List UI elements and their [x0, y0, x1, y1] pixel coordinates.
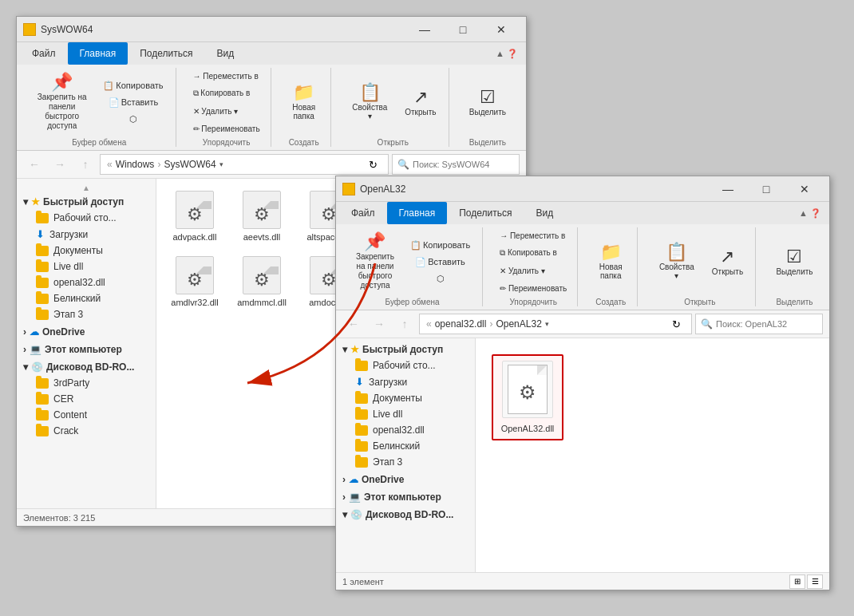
properties-button[interactable]: 📋 Свойства ▾	[344, 80, 396, 124]
openal-computer-icon: 💻	[349, 492, 361, 503]
dll-icon-advpack: ⚙	[176, 191, 214, 229]
openal-sidebar-belinsky[interactable]: Белинский	[336, 438, 475, 454]
sidebar-item-desktop[interactable]: Рабочий сто...	[17, 210, 156, 226]
openal-onedrive-header[interactable]: › ☁ OneDrive	[336, 472, 475, 488]
tab-file[interactable]: Файл	[20, 42, 68, 65]
pin-button[interactable]: 📌 Закрепить на панелибыстрого доступа	[30, 69, 94, 135]
tab-share[interactable]: Поделиться	[128, 42, 204, 65]
sidebar-item-etap3[interactable]: Этап 3	[17, 306, 156, 322]
close-button2[interactable]: ✕	[786, 178, 823, 200]
disk-icon: 💿	[31, 361, 43, 373]
file-name-aeevts: aeevts.dll	[243, 232, 280, 242]
file-item-amdlvr32[interactable]: ⚙ amdlvr32.dll	[163, 251, 227, 313]
sidebar-item-downloads[interactable]: ⬇ Загрузки	[17, 226, 156, 243]
openal-sidebar-desktop[interactable]: Рабочий сто...	[336, 357, 475, 373]
minimize-button[interactable]: —	[406, 18, 443, 41]
tab-home[interactable]: Главная	[68, 42, 128, 65]
back-button[interactable]: ←	[23, 154, 45, 175]
new-folder-button[interactable]: 📁 Новаяпапка	[284, 80, 324, 124]
sidebar-item-documents[interactable]: Документы	[17, 243, 156, 259]
file-item-amdmmcl[interactable]: ⚙ amdmmcl.dll	[230, 251, 294, 313]
move-btn[interactable]: → Переместить в	[189, 68, 264, 84]
rename-btn[interactable]: ✏ Переименовать	[189, 120, 264, 136]
openal-paste-shortcut-button[interactable]: ⬡	[405, 271, 476, 286]
openal-forward-button[interactable]: →	[368, 314, 390, 334]
paste-button[interactable]: 📄 Вставить	[97, 95, 168, 110]
openal-properties-button[interactable]: 📋 Свойства ▾	[650, 239, 702, 284]
openal-thispc-header[interactable]: › 💻 Этот компьютер	[336, 489, 475, 505]
openal-sidebar-livedll[interactable]: Live dll	[336, 406, 475, 422]
maximize-button2[interactable]: □	[748, 178, 785, 200]
openal-sidebar-openal[interactable]: openal32.dll	[336, 422, 475, 438]
openal-tab-view[interactable]: Вид	[524, 202, 565, 224]
openal-search-input[interactable]	[716, 319, 826, 329]
openal-search-bar[interactable]: 🔍	[695, 314, 823, 334]
file-item-aeevts[interactable]: ⚙ aeevts.dll	[230, 185, 294, 247]
gear-icon-altspace: ⚙	[321, 204, 337, 225]
bdrom-header[interactable]: ▾ 💿 Дисковод BD-RO...	[17, 359, 156, 375]
sidebar-item-belinsky[interactable]: Белинский	[17, 290, 156, 306]
delete-btn[interactable]: ✕ Удалить ▾	[189, 103, 264, 119]
file-item-advpack[interactable]: ⚙ advpack.dll	[163, 185, 227, 247]
breadcrumb-windows[interactable]: Windows	[116, 159, 155, 170]
openal-grid-view-button[interactable]: ⊞	[789, 575, 805, 589]
minimize-button2[interactable]: —	[710, 178, 746, 200]
breadcrumb-openal32dll[interactable]: openal32.dll	[435, 318, 487, 330]
openal-sidebar-etap3[interactable]: Этап 3	[336, 454, 475, 470]
openal-copy-to-btn[interactable]: ⧉ Копировать в	[496, 245, 571, 261]
search-bar[interactable]: 🔍	[392, 154, 520, 175]
gear-icon-amdlvr32: ⚙	[187, 270, 203, 290]
openal-open-button[interactable]: ↗ Открыть	[706, 244, 749, 280]
search-input[interactable]	[413, 160, 523, 169]
openal-quick-access-header[interactable]: ▾ ★ Быстрый доступ	[336, 342, 475, 357]
openal-up-button[interactable]: ↑	[393, 314, 416, 334]
copy-to-btn[interactable]: ⧉ Копировать в	[189, 85, 264, 101]
openal-tab-home[interactable]: Главная	[387, 202, 448, 224]
breadcrumb-openal32[interactable]: OpenAL32	[496, 318, 541, 330]
quick-access-header[interactable]: ▾ ★ Быстрый доступ	[17, 194, 156, 210]
file-item-openal32[interactable]: ⚙ OpenAL32.dll	[492, 354, 563, 440]
openal-list-view-button[interactable]: ☰	[807, 575, 823, 589]
openal-pin-button[interactable]: 📌 Закрепить на панелибыстрого доступа	[349, 229, 401, 294]
copy-button[interactable]: 📋 Копировать	[97, 78, 168, 93]
sidebar-item-cer[interactable]: CER	[17, 391, 156, 407]
select-button[interactable]: ☑ Выделить	[462, 85, 513, 120]
open-button[interactable]: ↗ Открыть	[399, 85, 442, 120]
openal-tab-file[interactable]: Файл	[339, 202, 387, 224]
sidebar-item-content[interactable]: Content	[17, 407, 156, 423]
tab-view[interactable]: Вид	[204, 42, 246, 65]
sidebar-item-livedll[interactable]: Live dll	[17, 259, 156, 274]
refresh-button[interactable]: ↻	[364, 156, 382, 172]
openal-bdrom-chevron: ▾	[342, 509, 347, 520]
forward-button[interactable]: →	[49, 154, 71, 175]
sidebar-item-crack[interactable]: Crack	[17, 423, 156, 439]
openal-paste-button[interactable]: 📄 Вставить	[405, 255, 476, 270]
openal-move-btn[interactable]: → Переместить в	[496, 227, 571, 243]
openal-bdrom-header[interactable]: ▾ 💿 Дисковод BD-RO...	[336, 507, 475, 523]
openal-back-button[interactable]: ←	[342, 314, 365, 334]
openal-new-folder-button[interactable]: 📁 Новаяпапка	[591, 239, 631, 284]
openal-tab-share[interactable]: Поделиться	[447, 202, 524, 224]
address-bar[interactable]: « Windows › SysWOW64 ▾ ↻	[100, 154, 389, 175]
paste-shortcut-icon: ⬡	[129, 114, 137, 124]
sidebar-item-3rdparty[interactable]: 3rdParty	[17, 375, 156, 391]
openal-delete-btn[interactable]: ✕ Удалить ▾	[496, 263, 571, 278]
thispc-header[interactable]: › 💻 Этот компьютер	[17, 342, 156, 357]
maximize-button[interactable]: □	[445, 18, 481, 41]
up-button[interactable]: ↑	[74, 154, 97, 175]
openal-refresh-button[interactable]: ↻	[667, 316, 685, 332]
close-button[interactable]: ✕	[483, 18, 520, 41]
breadcrumb-sep1: ›	[157, 159, 160, 170]
openal-select-button[interactable]: ☑ Выделить	[769, 244, 820, 280]
openal-sidebar-documents[interactable]: Документы	[336, 390, 475, 406]
openal-downloads-label: Загрузки	[369, 377, 407, 388]
openal-address-bar[interactable]: « openal32.dll › OpenAL32 ▾ ↻	[419, 314, 692, 334]
openal32-window[interactable]: OpenAL32 — □ ✕ Файл Главная Поделиться В…	[335, 176, 830, 590]
breadcrumb-syswow[interactable]: SysWOW64	[164, 159, 215, 170]
onedrive-header[interactable]: › ☁ OneDrive	[17, 324, 156, 340]
openal-copy-button[interactable]: 📋 Копировать	[405, 238, 476, 253]
openal-rename-btn[interactable]: ✏ Переименовать	[496, 280, 571, 296]
openal-sidebar-downloads[interactable]: ⬇ Загрузки	[336, 373, 475, 390]
sidebar-item-openal[interactable]: openal32.dll	[17, 274, 156, 290]
paste-shortcut-button[interactable]: ⬡	[97, 112, 168, 127]
